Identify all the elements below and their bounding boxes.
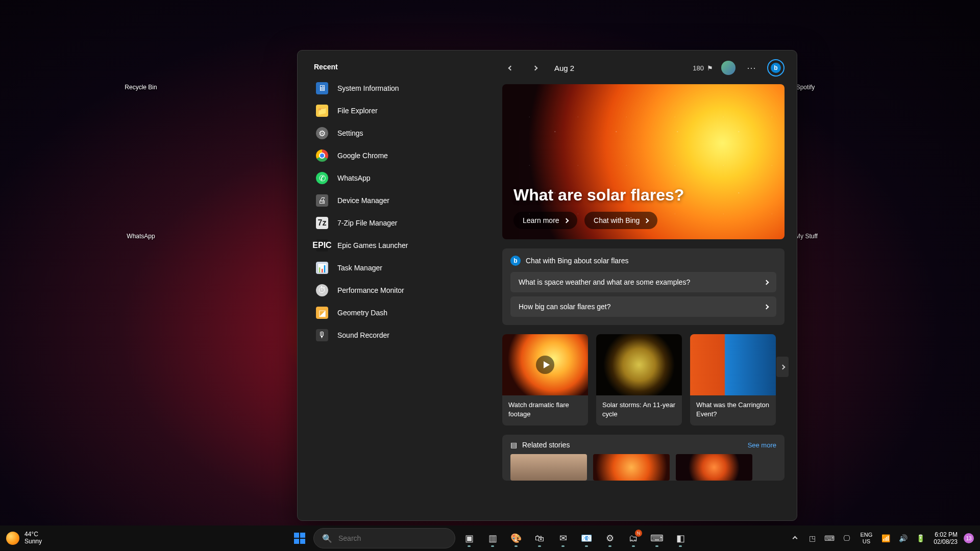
related-stories-card: ▤Related stories See more	[502, 435, 785, 481]
taskbar-search[interactable]: 🔍	[313, 528, 455, 548]
task-view-button[interactable]: ▣	[459, 529, 479, 548]
recent-item-sound-recorder[interactable]: 🎙Sound Recorder	[310, 324, 493, 346]
recent-item-7zip[interactable]: 7z7-Zip File Manager	[310, 212, 493, 234]
clock[interactable]: 6:02 PM 02/08/23	[930, 531, 961, 546]
notification-badge[interactable]: 13	[964, 533, 974, 543]
rewards-points[interactable]: 180⚑	[693, 64, 713, 72]
chevron-right-icon	[564, 218, 569, 223]
recent-pane: Recent 🖥System Information 📁File Explore…	[298, 51, 499, 520]
sound-recorder-icon: 🎙	[316, 329, 328, 341]
chat-card-title: bChat with Bing about solar flares	[510, 256, 776, 266]
recent-item-task-manager[interactable]: 📊Task Manager	[310, 257, 493, 279]
recent-item-epic-games[interactable]: EPICEpic Games Launcher	[310, 234, 493, 257]
pinned-app-outlook[interactable]: ✉	[553, 529, 573, 548]
desktop-icon-whatsapp[interactable]: WhatsApp	[110, 233, 172, 240]
task-manager-icon: 📊	[316, 262, 328, 274]
recent-item-performance-monitor[interactable]: ⏱Performance Monitor	[310, 279, 493, 302]
settings-icon: ⚙	[316, 127, 328, 139]
recent-item-google-chrome[interactable]: Google Chrome	[310, 144, 493, 167]
windows-logo-icon	[294, 533, 305, 544]
sun-icon	[6, 532, 19, 545]
more-options-button[interactable]: ⋯	[744, 60, 759, 76]
sevenzip-icon: 7z	[316, 217, 328, 229]
device-manager-icon: 🖨	[316, 194, 328, 207]
tray-app-1[interactable]: ◳	[805, 531, 819, 545]
battery-icon[interactable]: 🔋	[913, 531, 927, 545]
chat-suggestion-1[interactable]: What is space weather and what are some …	[510, 272, 776, 292]
search-icon: 🔍	[322, 534, 332, 543]
chevron-right-icon	[644, 218, 649, 223]
language-switcher[interactable]: ENG US	[857, 532, 875, 544]
pinned-app-terminal[interactable]: ⌨	[647, 529, 667, 548]
geometry-dash-icon: ◪	[316, 307, 328, 319]
content-card-1[interactable]: Watch dramatic flare footage	[502, 334, 588, 425]
performance-monitor-icon: ⏱	[316, 284, 328, 296]
see-more-link[interactable]: See more	[748, 441, 776, 449]
content-cards-row: Watch dramatic flare footage Solar storm…	[502, 334, 785, 425]
pinned-app-generic[interactable]: ◧	[671, 529, 690, 548]
recent-title: Recent	[314, 63, 493, 71]
chat-suggestion-2[interactable]: How big can solar flares get?	[510, 296, 776, 317]
tray-monitor-icon[interactable]: 🖵	[840, 531, 854, 545]
bing-chat-button[interactable]: b	[767, 59, 785, 77]
chat-suggestions-card: bChat with Bing about solar flares What …	[502, 248, 785, 325]
learn-more-button[interactable]: Learn more	[513, 212, 577, 229]
related-thumb-2[interactable]	[593, 454, 670, 481]
related-thumb-1[interactable]	[510, 454, 587, 481]
related-thumb-3[interactable]	[676, 454, 752, 481]
card-thumbnail	[690, 334, 776, 395]
recent-item-file-explorer[interactable]: 📁File Explorer	[310, 99, 493, 122]
content-card-2[interactable]: Solar storms: An 11-year cycle	[596, 334, 682, 425]
weather-widget[interactable]: 44°C Sunny	[6, 531, 42, 545]
tray-overflow-button[interactable]	[788, 531, 802, 545]
desktop-icon-recycle-bin[interactable]: Recycle Bin	[110, 84, 172, 91]
taskbar: 44°C Sunny 🔍 ▣ ▥ 🎨 🛍 ✉ 📧 ⚙ 🗂N ⌨ ◧ ◳ ⌨ 🖵 …	[0, 525, 980, 551]
hero-title: What are solar flares?	[513, 186, 773, 205]
weather-temp: 44°C	[24, 531, 42, 538]
pinned-app-mail[interactable]: 📧	[577, 529, 596, 548]
pinned-app-paint[interactable]: 🎨	[506, 529, 526, 548]
start-button[interactable]	[290, 529, 309, 548]
pinned-app-explorer[interactable]: 🗂N	[624, 529, 643, 548]
chat-with-bing-button[interactable]: Chat with Bing	[584, 212, 657, 229]
user-avatar[interactable]	[721, 61, 736, 75]
related-title: ▤Related stories	[510, 441, 570, 449]
search-input[interactable]	[338, 534, 447, 542]
wifi-icon[interactable]: 📶	[878, 531, 893, 545]
chevron-right-icon	[532, 65, 537, 70]
recent-item-device-manager[interactable]: 🖨Device Manager	[310, 189, 493, 212]
nav-forward-button[interactable]	[527, 60, 543, 76]
recent-item-whatsapp[interactable]: ✆WhatsApp	[310, 167, 493, 189]
recent-item-system-information[interactable]: 🖥System Information	[310, 77, 493, 99]
recent-item-geometry-dash[interactable]: ◪Geometry Dash	[310, 302, 493, 324]
epic-games-icon: EPIC	[316, 239, 328, 252]
volume-icon[interactable]: 🔊	[896, 531, 910, 545]
pinned-app-settings[interactable]: ⚙	[600, 529, 620, 548]
bing-icon: b	[771, 63, 781, 73]
whatsapp-icon: ✆	[316, 172, 328, 184]
taskbar-left: 44°C Sunny	[6, 531, 42, 545]
header-date: Aug 2	[554, 64, 574, 72]
nav-back-button[interactable]	[502, 60, 519, 76]
taskbar-right: ◳ ⌨ 🖵 ENG US 📶 🔊 🔋 6:02 PM 02/08/23 13	[788, 531, 974, 546]
tray-keyboard-icon[interactable]: ⌨	[822, 531, 837, 545]
chevron-right-icon	[764, 304, 769, 309]
chevron-right-icon	[780, 364, 785, 369]
widgets-button[interactable]: ▥	[483, 529, 502, 548]
card-label: Solar storms: An 11-year cycle	[596, 395, 682, 425]
video-thumbnail	[502, 334, 588, 395]
pinned-app-store[interactable]: 🛍	[530, 529, 549, 548]
card-label: Watch dramatic flare footage	[502, 395, 588, 425]
content-card-3[interactable]: What was the Carrington Event?	[690, 334, 776, 425]
app-badge: N	[635, 530, 642, 537]
hero-card[interactable]: What are solar flares? Learn more Chat w…	[502, 84, 785, 239]
discover-pane: Aug 2 180⚑ ⋯ b What are solar flares? Le…	[499, 51, 797, 520]
news-icon: ▤	[510, 441, 517, 449]
card-thumbnail	[596, 334, 682, 395]
chrome-icon	[316, 149, 328, 162]
card-label: What was the Carrington Event?	[690, 395, 776, 425]
file-explorer-icon: 📁	[316, 105, 328, 117]
chevron-right-icon	[764, 280, 769, 285]
recent-item-settings[interactable]: ⚙Settings	[310, 122, 493, 144]
cards-next-button[interactable]	[776, 357, 789, 377]
